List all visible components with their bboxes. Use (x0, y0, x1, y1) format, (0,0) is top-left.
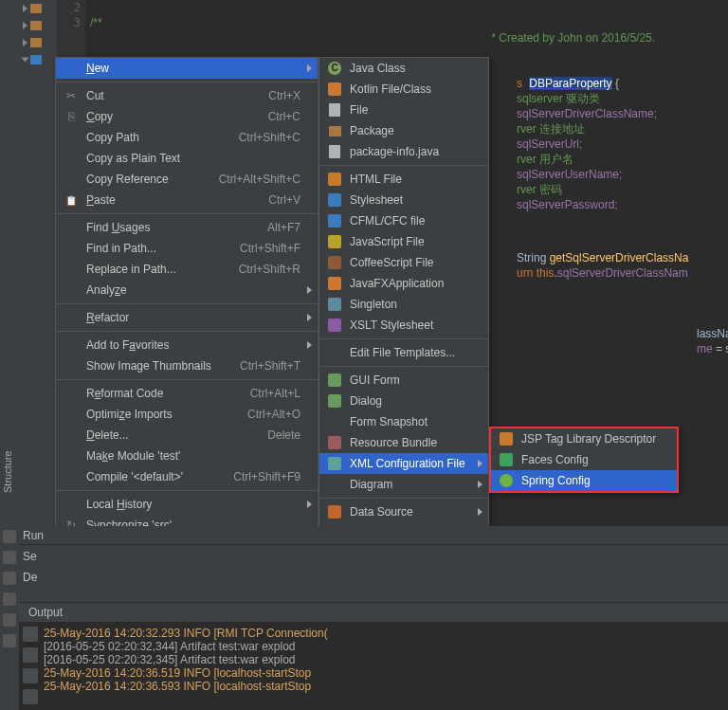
console-tool-icon[interactable] (23, 689, 38, 704)
coffee-icon (328, 256, 341, 269)
menu-xslt[interactable]: XSLT Stylesheet (319, 315, 488, 336)
submenu-arrow-icon (307, 64, 312, 72)
menu-package-info[interactable]: package-info.java (319, 141, 488, 162)
menu-copy-plain[interactable]: Copy as Plain Text (56, 148, 318, 169)
menu-file[interactable]: File (319, 100, 488, 120)
menu-optimize-imports[interactable]: Optimize ImportsCtrl+Alt+O (56, 404, 318, 425)
menu-copy[interactable]: CopyCtrl+C (56, 106, 318, 127)
html-icon (328, 173, 341, 186)
submenu-arrow-icon (307, 286, 312, 294)
menu-data-source[interactable]: Data Source (319, 501, 488, 522)
menu-dialog[interactable]: Dialog (319, 391, 488, 411)
left-tool-rail[interactable]: Structure (0, 0, 19, 526)
run-toolbar[interactable]: Run (19, 526, 728, 545)
menu-gui-form[interactable]: GUI Form (319, 370, 488, 391)
scissors-icon (64, 88, 79, 103)
menu-replace-in-path[interactable]: Replace in Path...Ctrl+Shift+R (56, 259, 318, 280)
tool-icon[interactable] (3, 572, 16, 585)
menu-resource-bundle[interactable]: Resource Bundle (319, 432, 488, 453)
output-tab[interactable]: Output (19, 602, 728, 623)
folder-icon (30, 21, 42, 30)
paste-icon (64, 192, 79, 208)
menu-html-file[interactable]: HTML File (319, 169, 488, 190)
menu-paste[interactable]: PasteCtrl+V (56, 190, 318, 210)
tree-item-src[interactable] (19, 51, 57, 68)
faces-icon (500, 453, 513, 466)
menu-cut[interactable]: CutCtrl+X (56, 85, 318, 106)
tool-icon[interactable] (3, 592, 16, 606)
run-tool-label[interactable]: Structure (2, 450, 13, 493)
tool-icon[interactable] (3, 613, 16, 627)
xml-icon (328, 457, 341, 470)
menu-compile[interactable]: Compile '<default>'Ctrl+Shift+F9 (56, 466, 318, 487)
tool-icon[interactable] (3, 551, 16, 564)
tool-icon[interactable] (3, 634, 16, 647)
tool-icon[interactable] (3, 530, 16, 543)
css-icon (328, 193, 341, 207)
menu-thumbnails[interactable]: Show Image ThumbnailsCtrl+Shift+T (56, 355, 318, 376)
console-tool-icon[interactable] (23, 668, 38, 683)
menu-delete[interactable]: Delete...Delete (56, 425, 318, 446)
menu-coffeescript[interactable]: CoffeeScript File (319, 252, 488, 273)
menu-new[interactable]: New (56, 58, 318, 79)
project-tree[interactable] (19, 0, 57, 526)
cfml-icon (328, 214, 341, 228)
menu-reformat[interactable]: Reformat CodeCtrl+Alt+L (56, 383, 318, 404)
menu-javascript[interactable]: JavaScript File (319, 231, 488, 252)
menu-kotlin[interactable]: Kotlin File/Class (319, 79, 488, 100)
menu-stylesheet[interactable]: Stylesheet (319, 190, 488, 210)
tree-item-lib[interactable] (19, 17, 57, 34)
search-partial: Se (23, 550, 37, 563)
menu-find-usages[interactable]: Find UsagesAlt+F7 (56, 217, 318, 238)
menu-analyze[interactable]: Analyze (56, 280, 318, 300)
menu-make-module[interactable]: Make Module 'test' (56, 446, 318, 466)
javafx-icon (328, 277, 341, 290)
copy-icon (64, 109, 79, 124)
submenu-arrow-icon (307, 341, 312, 349)
tree-item-out[interactable] (19, 34, 57, 51)
de-partial: De (23, 571, 37, 584)
menu-edit-templates[interactable]: Edit File Templates... (319, 342, 488, 363)
gui-icon (328, 373, 341, 387)
tree-item-idea[interactable] (19, 0, 57, 17)
console-tool-icon[interactable] (23, 647, 38, 663)
xml-config-submenu: JSP Tag Library Descriptor Faces Config … (489, 427, 679, 493)
menu-find-in-path[interactable]: Find in Path...Ctrl+Shift+F (56, 238, 318, 259)
menu-spring-config[interactable]: Spring Config (491, 470, 677, 491)
menu-add-favorites[interactable]: Add to Favorites (56, 335, 318, 355)
menu-xml-config[interactable]: XML Configuration File (319, 453, 488, 474)
folder-icon (30, 38, 42, 47)
menu-refactor[interactable]: Refactor (56, 307, 318, 328)
run-label: Run (23, 529, 44, 542)
kotlin-icon (328, 82, 341, 96)
menu-copy-path[interactable]: Copy PathCtrl+Shift+C (56, 127, 318, 148)
submenu-arrow-icon (478, 460, 482, 467)
console-tool-icon[interactable] (23, 627, 38, 642)
menu-form-snapshot[interactable]: Form Snapshot (319, 411, 488, 432)
file-icon (329, 103, 340, 117)
package-icon (329, 126, 341, 137)
submenu-arrow-icon (478, 481, 482, 488)
menu-copy-reference[interactable]: Copy ReferenceCtrl+Alt+Shift+C (56, 169, 318, 190)
menu-singleton[interactable]: Singleton (319, 294, 488, 315)
menu-javafx[interactable]: JavaFXApplication (319, 273, 488, 294)
menu-package[interactable]: Package (319, 120, 488, 141)
menu-java-class[interactable]: CJava Class (319, 58, 488, 79)
menu-jsp-tag-lib[interactable]: JSP Tag Library Descriptor (491, 428, 677, 449)
datasource-icon (328, 505, 341, 519)
menu-diagram[interactable]: Diagram (319, 474, 488, 495)
spring-icon (500, 474, 513, 487)
bundle-icon (328, 436, 341, 449)
file-icon (329, 145, 340, 158)
singleton-icon (328, 298, 341, 311)
menu-local-history[interactable]: Local History (56, 494, 318, 515)
console[interactable]: 25-May-2016 14:20:32.293 INFO [RMI TCP C… (19, 623, 728, 710)
menu-faces-config[interactable]: Faces Config (491, 449, 677, 470)
chevron-down-icon (22, 58, 29, 63)
menu-cfml[interactable]: CFML/CFC file (319, 210, 488, 231)
submenu-arrow-icon (307, 314, 312, 321)
dialog-icon (328, 394, 341, 408)
console-output: 25-May-2016 14:20:32.293 INFO [RMI TCP C… (44, 627, 726, 706)
bottom-panel: Run Se De Output 25-May-2016 14:20:32.29… (0, 526, 728, 710)
bottom-tool-rail[interactable] (0, 526, 19, 710)
